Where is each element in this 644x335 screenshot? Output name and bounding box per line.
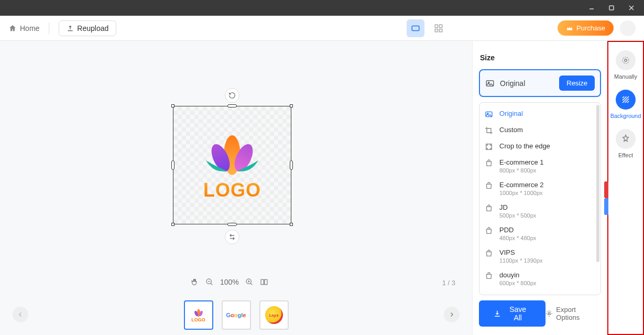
- flip-handle[interactable]: [225, 230, 239, 244]
- artboard[interactable]: LOGO: [173, 106, 291, 224]
- preset-icon: [485, 226, 494, 235]
- preset-item[interactable]: Custom: [479, 122, 601, 138]
- size-header: Original Resize: [479, 69, 601, 97]
- svg-rect-28: [486, 144, 492, 150]
- panel-title: Size: [480, 53, 601, 62]
- preset-list: OriginalCustomCrop to the edgeE-commerce…: [479, 102, 601, 295]
- home-label: Home: [20, 24, 39, 33]
- preset-item[interactable]: E-commerce 21000px * 1000px: [479, 177, 601, 200]
- tab-background-label: Background: [610, 113, 641, 120]
- svg-rect-4: [412, 26, 419, 30]
- preset-icon: [485, 110, 494, 118]
- preset-icon: [485, 126, 494, 135]
- svg-point-29: [549, 312, 551, 315]
- preset-name: Custom: [499, 126, 523, 134]
- rotate-handle[interactable]: [225, 88, 239, 103]
- background-icon: [621, 95, 630, 104]
- size-panel: Size Original Resize OriginalCustomCrop …: [472, 41, 607, 335]
- thumbnail-0[interactable]: LOGO: [184, 300, 213, 330]
- image-icon: [485, 79, 495, 88]
- svg-point-30: [623, 57, 629, 63]
- side-tabs: Manually Background Effect: [607, 41, 644, 335]
- svg-line-14: [211, 283, 212, 285]
- prev-thumbnail-button[interactable]: [13, 307, 28, 322]
- preset-item[interactable]: PDD480px * 480px: [479, 222, 601, 245]
- minimize-button[interactable]: [583, 2, 600, 14]
- save-all-label: Save All: [505, 305, 531, 322]
- preset-dim: 500px * 500px: [499, 212, 536, 219]
- preset-item[interactable]: VIPS1100px * 1390px: [479, 245, 601, 267]
- avatar[interactable]: [620, 20, 636, 36]
- scrollbar-thumb[interactable]: [596, 105, 599, 262]
- preset-name: JD: [499, 203, 536, 211]
- download-icon: [494, 310, 501, 317]
- tab-background[interactable]: Background: [610, 90, 641, 120]
- preset-icon: [485, 181, 494, 190]
- preset-name: douyin: [499, 271, 536, 279]
- zoom-controls: 100%: [191, 278, 268, 286]
- preset-dim: 800px * 800px: [499, 167, 544, 174]
- svg-line-36: [627, 101, 629, 103]
- divider: [49, 23, 49, 34]
- thumbnail-1[interactable]: Google: [222, 300, 251, 330]
- compare-view-button[interactable]: [260, 278, 268, 286]
- preset-icon: [485, 204, 494, 212]
- purchase-label: Purchase: [576, 24, 605, 32]
- tab-effect-label: Effect: [618, 152, 633, 159]
- next-thumbnail-button[interactable]: [444, 307, 460, 322]
- close-button[interactable]: [623, 2, 640, 14]
- canvas-area: LOGO 100% 1 / 3 LOGOGoogleLays: [0, 41, 472, 335]
- purchase-button[interactable]: Purchase: [558, 20, 614, 36]
- svg-rect-20: [264, 279, 267, 284]
- preset-item[interactable]: E-commerce 1800px * 800px: [479, 155, 601, 177]
- tab-manually-label: Manually: [614, 73, 637, 80]
- thumbnail-strip: LOGOGoogleLays: [0, 295, 472, 335]
- gear-icon: [545, 310, 553, 317]
- preset-item[interactable]: douyin600px * 800px: [479, 267, 601, 290]
- zoom-level: 100%: [220, 278, 239, 286]
- reupload-label: Reupload: [77, 24, 108, 33]
- preset-item[interactable]: Crop to the edge: [479, 138, 601, 155]
- thumbnail-2[interactable]: Lays: [259, 300, 289, 330]
- grid-view-button[interactable]: [430, 19, 447, 37]
- preset-name: E-commerce 1: [499, 158, 544, 166]
- page-indicator: 1 / 3: [442, 279, 455, 287]
- logo-image: LOGO: [173, 106, 291, 224]
- export-options-label: Export Options: [556, 306, 601, 321]
- preset-item[interactable]: JD500px * 500px: [479, 200, 601, 222]
- reupload-button[interactable]: Reupload: [59, 20, 116, 36]
- preset-icon: [485, 272, 494, 280]
- tab-effect[interactable]: Effect: [616, 129, 636, 159]
- window-titlebar: [0, 0, 644, 16]
- resize-button[interactable]: Resize: [559, 75, 595, 91]
- preset-icon: [485, 143, 494, 151]
- zoom-in-button[interactable]: [245, 278, 254, 286]
- export-options-button[interactable]: Export Options: [545, 306, 601, 321]
- svg-line-18: [250, 283, 252, 285]
- manually-icon: [621, 56, 630, 65]
- preset-scrollbar[interactable]: [596, 105, 599, 293]
- preset-name: E-commerce 2: [499, 181, 544, 189]
- preset-item[interactable]: Original: [479, 106, 601, 122]
- upload-icon: [67, 25, 74, 32]
- toolbar: Home Reupload Purchase: [0, 16, 644, 41]
- save-all-button[interactable]: Save All: [479, 300, 545, 327]
- home-icon: [8, 24, 17, 33]
- single-view-button[interactable]: [407, 19, 424, 37]
- preset-dim: 600px * 800px: [499, 280, 536, 286]
- home-button[interactable]: Home: [8, 24, 39, 33]
- preset-dim: 1000px * 1000px: [499, 190, 544, 196]
- maximize-button[interactable]: [603, 2, 620, 14]
- preset-name: Original: [499, 110, 523, 117]
- preset-name: VIPS: [499, 248, 543, 256]
- size-current-label: Original: [500, 79, 525, 88]
- tab-manually[interactable]: Manually: [614, 50, 637, 80]
- pan-tool-icon[interactable]: [191, 278, 199, 286]
- svg-rect-1: [609, 6, 614, 10]
- preset-icon: [485, 249, 494, 257]
- svg-rect-19: [261, 279, 264, 284]
- zoom-out-button[interactable]: [205, 278, 214, 286]
- preset-dim: 1100px * 1390px: [499, 257, 543, 264]
- svg-rect-5: [435, 25, 438, 27]
- svg-rect-6: [439, 25, 442, 27]
